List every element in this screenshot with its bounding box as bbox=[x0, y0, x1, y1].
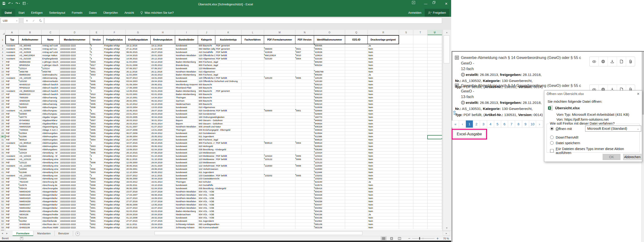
cell[interactable]: 611552 bbox=[19, 220, 42, 223]
cell[interactable] bbox=[264, 220, 296, 223]
cell[interactable]: 0002 bbox=[90, 223, 104, 226]
cell[interactable]: Pdf bbox=[5, 200, 19, 203]
cell[interactable]: 22222222-2222 bbox=[60, 216, 90, 220]
cell[interactable]: 22222222-2222 bbox=[60, 213, 90, 216]
cell[interactable]: 0005 bbox=[90, 177, 104, 181]
row-header[interactable]: 30 bbox=[0, 135, 5, 138]
cell[interactable]: 934 VOL - VOB bbox=[198, 203, 215, 207]
cell[interactable]: 600 Baurecht bbox=[198, 86, 215, 90]
row-header[interactable]: 13 bbox=[0, 80, 5, 83]
cell[interactable] bbox=[215, 113, 242, 116]
cell[interactable]: bundesweit bbox=[175, 132, 198, 135]
cell[interactable] bbox=[399, 148, 413, 151]
cell[interactable] bbox=[215, 67, 242, 70]
cell[interactable] bbox=[215, 83, 242, 86]
cell[interactable] bbox=[345, 80, 368, 83]
excel-output-button[interactable]: Excel-Ausgabe bbox=[453, 130, 486, 138]
cell[interactable] bbox=[242, 83, 264, 86]
cell[interactable]: 08.06.2015 bbox=[126, 51, 150, 54]
ribbon-tab-überprüfen[interactable]: Überprüfen bbox=[100, 9, 121, 17]
cell[interactable] bbox=[399, 216, 413, 220]
row-header[interactable]: 5 bbox=[0, 54, 5, 57]
cell[interactable]: 02.01.2019 bbox=[150, 93, 175, 96]
open-with-radio[interactable] bbox=[550, 127, 554, 130]
cell[interactable]: T910240 bbox=[19, 181, 42, 184]
cell[interactable]: 0001 bbox=[90, 200, 104, 203]
page-button-3[interactable]: 3 bbox=[480, 121, 487, 128]
cell[interactable]: 610 Sozialwesen bbox=[198, 132, 215, 135]
cell[interactable] bbox=[242, 67, 264, 70]
cell[interactable]: Ablage 4 zum A bbox=[42, 128, 60, 132]
cell[interactable]: 22222222-2222 bbox=[60, 200, 90, 203]
cell[interactable] bbox=[242, 86, 264, 90]
row-header[interactable]: 43 bbox=[0, 177, 5, 181]
cell[interactable]: Pdf bbox=[5, 177, 19, 181]
cell[interactable]: AS_NW120824 bbox=[19, 54, 42, 57]
cell[interactable] bbox=[242, 177, 264, 181]
column-header-S[interactable]: S bbox=[399, 30, 413, 35]
cell[interactable] bbox=[242, 145, 264, 148]
cell[interactable] bbox=[264, 80, 296, 83]
cell[interactable]: Abbruchanzeig bbox=[42, 96, 60, 100]
cell[interactable]: 123 Meldewese bbox=[198, 155, 215, 158]
cell[interactable]: 934 VOL - VOB bbox=[198, 197, 215, 200]
cell[interactable]: 133202 bbox=[314, 177, 345, 181]
cell[interactable] bbox=[296, 213, 314, 216]
cell[interactable]: Ja bbox=[368, 44, 399, 47]
cell[interactable] bbox=[296, 216, 314, 220]
cell[interactable]: SN600200 bbox=[19, 100, 42, 103]
cell[interactable] bbox=[428, 61, 442, 64]
sheet-next-icon[interactable]: ► bbox=[5, 231, 9, 236]
cell[interactable] bbox=[399, 168, 413, 171]
ribbon-tab-formeln[interactable]: Formeln bbox=[68, 9, 86, 17]
cell[interactable]: 0003 bbox=[90, 171, 104, 174]
cell[interactable] bbox=[242, 122, 264, 125]
cell[interactable]: 0001 bbox=[90, 220, 104, 223]
cell[interactable]: 22222222-2222 bbox=[60, 93, 90, 96]
cell[interactable]: Pdf bbox=[5, 145, 19, 148]
cell[interactable]: 14.09.2016 bbox=[126, 90, 150, 93]
cell[interactable]: AS_133202 bbox=[19, 174, 42, 177]
cell[interactable] bbox=[413, 47, 428, 51]
cell[interactable]: 22222222-2222 bbox=[60, 151, 90, 155]
cell[interactable] bbox=[264, 200, 296, 203]
cell[interactable]: Nein bbox=[368, 194, 399, 197]
cell[interactable] bbox=[264, 106, 296, 109]
cell[interactable]: Baden-Württemberg bbox=[175, 93, 198, 96]
cell[interactable]: 22222222-2222 bbox=[60, 109, 90, 113]
cell[interactable]: 0006 bbox=[90, 216, 104, 220]
cell[interactable] bbox=[399, 174, 413, 177]
cell[interactable] bbox=[399, 187, 413, 190]
cell[interactable]: Baden-Württemberg bbox=[175, 73, 198, 77]
cell[interactable]: 6 bbox=[90, 158, 104, 161]
cell[interactable] bbox=[399, 184, 413, 187]
cell[interactable]: 940 Steuern - Gebühren bbox=[198, 119, 215, 122]
cell[interactable]: 4 bbox=[90, 77, 104, 80]
cell[interactable] bbox=[345, 184, 368, 187]
row-header[interactable]: 51 bbox=[0, 203, 5, 207]
cell[interactable]: 010150 bbox=[264, 57, 296, 61]
cell[interactable]: 02.04.2019 bbox=[150, 148, 175, 151]
cell[interactable] bbox=[413, 73, 428, 77]
cell[interactable]: 133202 bbox=[19, 177, 42, 181]
cell[interactable]: Pdf bbox=[5, 70, 19, 74]
cell[interactable] bbox=[428, 109, 442, 113]
row-header[interactable]: 32 bbox=[0, 142, 5, 145]
cell[interactable]: 06.02.2014 bbox=[150, 100, 175, 103]
cell[interactable] bbox=[296, 210, 314, 213]
cell[interactable] bbox=[264, 128, 296, 132]
cell[interactable] bbox=[345, 116, 368, 119]
cell[interactable]: Pdf bbox=[5, 73, 19, 77]
cell[interactable]: 12.09.2000 bbox=[126, 161, 150, 164]
cell[interactable] bbox=[413, 226, 428, 230]
cell[interactable] bbox=[428, 132, 442, 135]
cell[interactable] bbox=[413, 54, 428, 57]
cell[interactable] bbox=[345, 181, 368, 184]
cell[interactable] bbox=[428, 96, 442, 100]
row-header[interactable]: 22 bbox=[0, 109, 5, 113]
cell[interactable] bbox=[242, 220, 264, 223]
row-header[interactable]: 23 bbox=[0, 113, 5, 116]
cell[interactable] bbox=[399, 128, 413, 132]
cell[interactable] bbox=[215, 151, 242, 155]
cell[interactable]: Freigabe erfolgt bbox=[104, 145, 126, 148]
